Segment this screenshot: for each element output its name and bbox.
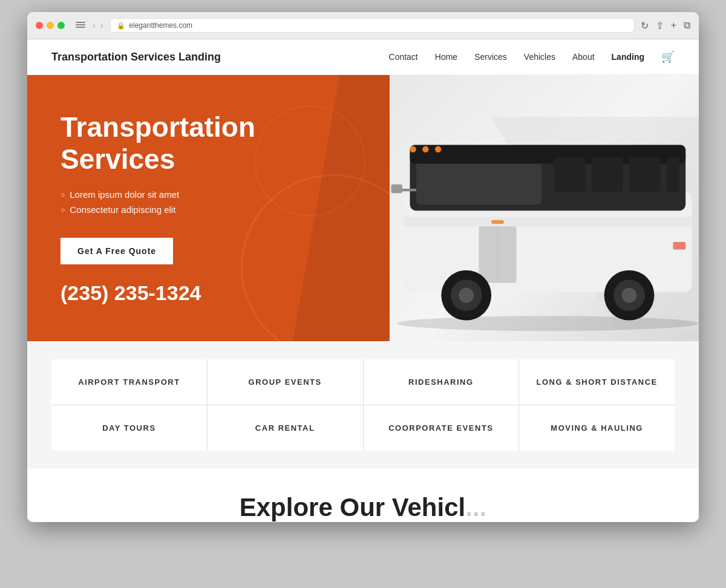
- svg-rect-25: [391, 185, 402, 194]
- explore-title: Explore Our Vehicl...: [51, 493, 675, 522]
- nav-landing[interactable]: Landing: [612, 52, 644, 62]
- back-button[interactable]: ‹: [91, 21, 97, 30]
- hero-title: Transportation Services: [60, 111, 356, 175]
- service-long-short-distance[interactable]: LONG & SHORT DISTANCE: [519, 359, 675, 405]
- svg-rect-7: [629, 157, 661, 192]
- nav-vehicles[interactable]: Vehicles: [524, 52, 555, 62]
- svg-point-19: [459, 288, 474, 303]
- tab-overview-icon[interactable]: ⧉: [684, 20, 690, 31]
- get-quote-button[interactable]: Get A Free Quote: [60, 238, 173, 264]
- service-day-tours[interactable]: DAY TOURS: [51, 405, 207, 451]
- browser-actions: ↻ ⇪ + ⧉: [641, 20, 690, 31]
- bus-illustration: [390, 111, 699, 335]
- lock-icon: 🔒: [117, 22, 125, 30]
- hero-bullet-2: Consectetur adipiscing elit: [60, 204, 356, 215]
- maximize-button[interactable]: [57, 22, 65, 29]
- sidebar-toggle-icon[interactable]: [76, 22, 85, 29]
- service-ridesharing[interactable]: RIDESHARING: [364, 359, 519, 405]
- svg-point-16: [435, 146, 441, 152]
- address-bar[interactable]: 🔒 elegantthemes.com: [110, 18, 634, 33]
- svg-rect-24: [401, 189, 416, 191]
- browser-chrome: ‹ › 🔒 elegantthemes.com ↻ ⇪ + ⧉: [27, 12, 699, 39]
- hero-left-panel: Transportation Services Lorem ipsum dolo…: [27, 75, 390, 341]
- svg-rect-8: [667, 157, 679, 192]
- new-tab-icon[interactable]: +: [671, 20, 676, 31]
- hero-section: Transportation Services Lorem ipsum dolo…: [27, 75, 699, 341]
- explore-section: Explore Our Vehicl...: [27, 469, 699, 522]
- nav-about[interactable]: About: [572, 52, 595, 62]
- nav-services[interactable]: Services: [474, 52, 507, 62]
- nav-arrows: ‹ ›: [91, 21, 104, 30]
- cart-icon[interactable]: 🛒: [661, 50, 675, 64]
- hero-right-panel: [390, 75, 699, 341]
- services-section: AIRPORT TRANSPORT GROUP EVENTS RIDESHARI…: [27, 341, 699, 469]
- minimize-button[interactable]: [47, 22, 54, 29]
- svg-point-22: [622, 288, 637, 303]
- site-logo: Transportation Services Landing: [51, 51, 221, 64]
- hero-bullet-1: Lorem ipsum dolor sit amet: [60, 189, 356, 200]
- service-group-events[interactable]: GROUP EVENTS: [208, 359, 363, 405]
- site-nav: Contact Home Services Vehicles About Lan…: [389, 50, 675, 64]
- share-icon[interactable]: ⇪: [656, 20, 664, 31]
- service-airport-transport[interactable]: AIRPORT TRANSPORT: [51, 359, 207, 405]
- service-corporate-events[interactable]: COORPORATE EVENTS: [364, 405, 519, 451]
- url-text: elegantthemes.com: [129, 21, 192, 30]
- svg-rect-12: [491, 220, 504, 224]
- svg-rect-6: [592, 157, 623, 192]
- nav-contact[interactable]: Contact: [389, 52, 418, 62]
- browser-window: ‹ › 🔒 elegantthemes.com ↻ ⇪ + ⧉ Transpor…: [27, 12, 699, 522]
- services-grid: AIRPORT TRANSPORT GROUP EVENTS RIDESHARI…: [51, 359, 675, 451]
- hero-bullets: Lorem ipsum dolor sit amet Consectetur a…: [60, 189, 356, 220]
- reload-icon[interactable]: ↻: [641, 20, 649, 31]
- svg-point-14: [410, 146, 416, 152]
- svg-rect-5: [554, 157, 586, 192]
- svg-rect-9: [404, 217, 692, 227]
- service-car-rental[interactable]: CAR RENTAL: [208, 405, 363, 451]
- traffic-lights: [36, 22, 65, 29]
- website-content: Transportation Services Landing Contact …: [27, 39, 699, 522]
- close-button[interactable]: [36, 22, 43, 29]
- svg-rect-13: [673, 242, 686, 249]
- hero-phone: (235) 235-1324: [60, 281, 356, 305]
- nav-home[interactable]: Home: [435, 52, 457, 62]
- forward-button[interactable]: ›: [99, 21, 105, 30]
- service-moving-hauling[interactable]: MOVING & HAULING: [519, 405, 675, 451]
- site-header: Transportation Services Landing Contact …: [27, 39, 699, 75]
- svg-point-15: [422, 146, 428, 152]
- svg-point-23: [397, 316, 698, 331]
